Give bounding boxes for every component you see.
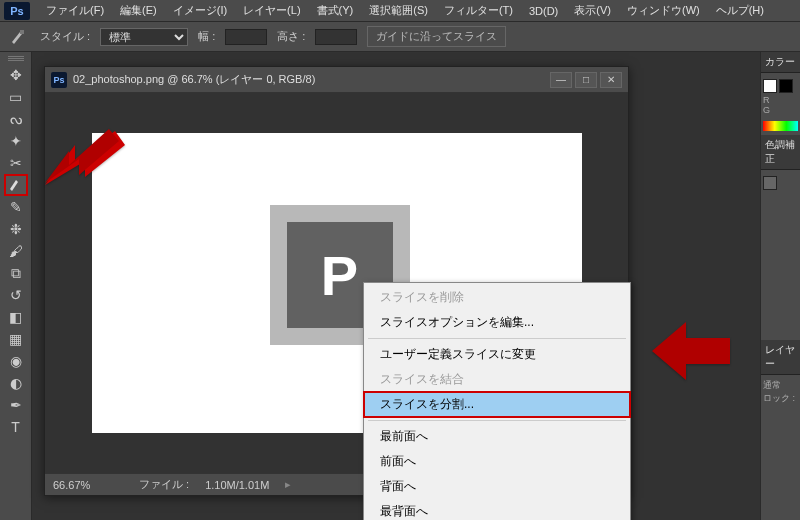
tool-pen[interactable]: ✒ bbox=[4, 394, 28, 416]
tool-slice-highlighted[interactable] bbox=[4, 174, 28, 196]
slice-tool-icon bbox=[8, 26, 30, 48]
ctx-send-to-back[interactable]: 最背面へ bbox=[364, 499, 630, 520]
hue-strip[interactable] bbox=[763, 121, 798, 131]
slice-from-guides-button[interactable]: ガイドに沿ってスライス bbox=[367, 26, 506, 47]
blend-mode[interactable]: 通常 bbox=[763, 379, 798, 392]
menu-3d[interactable]: 3D(D) bbox=[521, 5, 566, 17]
ctx-bring-forward[interactable]: 前面へ bbox=[364, 449, 630, 474]
tool-marquee[interactable]: ▭ bbox=[4, 86, 28, 108]
width-label: 幅 : bbox=[198, 29, 215, 44]
tool-history-brush[interactable]: ↺ bbox=[4, 284, 28, 306]
g-label: G bbox=[763, 105, 798, 115]
tool-blur[interactable]: ◉ bbox=[4, 350, 28, 372]
toolbox-grip[interactable] bbox=[8, 56, 24, 62]
menu-help[interactable]: ヘルプ(H) bbox=[708, 3, 772, 18]
ctx-separator bbox=[368, 338, 626, 339]
ctx-combine-slices: スライスを結合 bbox=[364, 367, 630, 392]
ctx-delete-slice: スライスを削除 bbox=[364, 285, 630, 310]
ctx-divide-slice[interactable]: スライスを分割... bbox=[364, 392, 630, 417]
tool-text[interactable]: T bbox=[4, 416, 28, 438]
tool-lasso[interactable]: ᔓ bbox=[4, 108, 28, 130]
menu-edit[interactable]: 編集(E) bbox=[112, 3, 165, 18]
zoom-value[interactable]: 66.67% bbox=[53, 479, 123, 491]
ctx-separator bbox=[368, 420, 626, 421]
file-size-value: 1.10M/1.01M bbox=[205, 479, 269, 491]
maximize-button[interactable]: □ bbox=[575, 72, 597, 88]
menu-bar: Ps ファイル(F) 編集(E) イメージ(I) レイヤー(L) 書式(Y) 選… bbox=[0, 0, 800, 22]
menu-filter[interactable]: フィルター(T) bbox=[436, 3, 521, 18]
tool-move[interactable]: ✥ bbox=[4, 64, 28, 86]
ctx-edit-slice-options[interactable]: スライスオプションを編集... bbox=[364, 310, 630, 335]
background-swatch[interactable] bbox=[779, 79, 793, 93]
svg-rect-0 bbox=[20, 30, 24, 34]
panels-dock: カラー R G 色調補正 レイヤー 通常 ロック : bbox=[760, 52, 800, 520]
tool-eyedropper[interactable]: ✎ bbox=[4, 196, 28, 218]
options-bar: スタイル : 標準 幅 : 高さ : ガイドに沿ってスライス bbox=[0, 22, 800, 52]
tool-gradient[interactable]: ▦ bbox=[4, 328, 28, 350]
lock-label: ロック : bbox=[763, 392, 798, 405]
color-panel-tab[interactable]: カラー bbox=[761, 52, 800, 73]
app-logo: Ps bbox=[4, 2, 30, 20]
r-label: R bbox=[763, 95, 798, 105]
tool-dodge[interactable]: ◐ bbox=[4, 372, 28, 394]
foreground-swatch[interactable] bbox=[763, 79, 777, 93]
width-input[interactable] bbox=[225, 29, 267, 45]
menu-layer[interactable]: レイヤー(L) bbox=[235, 3, 308, 18]
tool-wand[interactable]: ✦ bbox=[4, 130, 28, 152]
document-title: 02_photoshop.png @ 66.7% (レイヤー 0, RGB/8) bbox=[73, 72, 547, 87]
adj-icon[interactable] bbox=[763, 176, 777, 190]
tool-crop[interactable]: ✂ bbox=[4, 152, 28, 174]
ctx-bring-to-front[interactable]: 最前面へ bbox=[364, 424, 630, 449]
document-titlebar[interactable]: Ps 02_photoshop.png @ 66.7% (レイヤー 0, RGB… bbox=[45, 67, 628, 93]
menu-type[interactable]: 書式(Y) bbox=[309, 3, 362, 18]
height-label: 高さ : bbox=[277, 29, 305, 44]
svg-marker-3 bbox=[652, 322, 730, 380]
tool-brush[interactable]: 🖌 bbox=[4, 240, 28, 262]
file-size-label: ファイル : bbox=[139, 477, 189, 492]
menu-view[interactable]: 表示(V) bbox=[566, 3, 619, 18]
close-button[interactable]: ✕ bbox=[600, 72, 622, 88]
ps-file-icon: Ps bbox=[51, 72, 67, 88]
adjustments-panel-tab[interactable]: 色調補正 bbox=[761, 135, 800, 170]
tool-eraser[interactable]: ◧ bbox=[4, 306, 28, 328]
menu-window[interactable]: ウィンドウ(W) bbox=[619, 3, 708, 18]
style-label: スタイル : bbox=[40, 29, 90, 44]
height-input[interactable] bbox=[315, 29, 357, 45]
tool-spot-heal[interactable]: ❉ bbox=[4, 218, 28, 240]
style-select[interactable]: 標準 bbox=[100, 28, 188, 46]
menu-file[interactable]: ファイル(F) bbox=[38, 3, 112, 18]
tool-clone[interactable]: ⧉ bbox=[4, 262, 28, 284]
minimize-button[interactable]: — bbox=[550, 72, 572, 88]
context-menu: スライスを削除 スライスオプションを編集... ユーザー定義スライスに変更 スラ… bbox=[363, 282, 631, 520]
toolbox: ✥ ▭ ᔓ ✦ ✂ ✎ ❉ 🖌 ⧉ ↺ ◧ ▦ ◉ ◐ ✒ T bbox=[0, 52, 32, 520]
ctx-convert-to-user-slice[interactable]: ユーザー定義スライスに変更 bbox=[364, 342, 630, 367]
ctx-send-backward[interactable]: 背面へ bbox=[364, 474, 630, 499]
layers-panel-tab[interactable]: レイヤー bbox=[761, 340, 800, 375]
menu-image[interactable]: イメージ(I) bbox=[165, 3, 235, 18]
menu-select[interactable]: 選択範囲(S) bbox=[361, 3, 436, 18]
